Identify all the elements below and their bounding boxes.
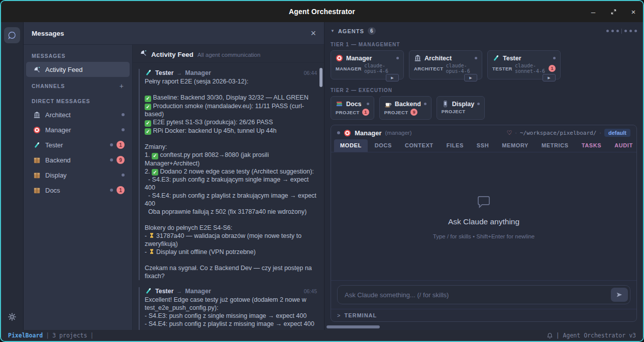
horizontal-scrollbar[interactable]	[326, 324, 642, 329]
channels-section-label: CHANNELS +	[24, 77, 132, 93]
agent-card-tester[interactable]: TesterTESTERclaude-sonnet-4-61▶	[487, 50, 561, 79]
message-time: 06:45	[304, 288, 317, 294]
presence-dot	[477, 103, 480, 105]
agents-count-badge: 6	[368, 27, 376, 35]
agent-card-docs[interactable]: DocsPROJECT1	[331, 96, 374, 120]
settings-button[interactable]	[4, 309, 20, 325]
feed-scrollbar[interactable]	[319, 68, 323, 87]
agent-model: claude-opus-4-6	[446, 63, 478, 74]
agent-detail-header: Manager (manager) ♡ · ~/workspace/pixelb…	[331, 125, 636, 139]
activity-feed-list[interactable]: Tester→Manager06:44Pełny raport E2E (ses…	[133, 63, 324, 330]
heart-icon[interactable]: ♡	[507, 129, 512, 136]
messages-close-button[interactable]: ×	[310, 28, 316, 39]
check-icon: ✓	[152, 153, 158, 159]
agents-title: AGENTS	[338, 28, 364, 34]
tab-files[interactable]: FILES	[441, 139, 470, 152]
sidebar-item-tester[interactable]: Tester1	[26, 137, 130, 152]
direct-messages-section-label: DIRECT MESSAGES	[24, 93, 132, 107]
package-icon	[33, 187, 41, 194]
sidebar-item-display[interactable]: Display	[26, 167, 130, 183]
chevron-right-icon: >	[337, 312, 340, 318]
activity-feed: Activity Feed All agent communication Te…	[133, 45, 324, 330]
architect-icon	[33, 111, 41, 119]
bell-icon[interactable]	[547, 332, 553, 339]
ask-claude-input[interactable]	[337, 285, 630, 304]
status-bar: PixelBoard | 3 projects | | Agent Orches…	[1, 330, 643, 341]
agent-card-display[interactable]: DisplayPROJECT	[437, 96, 485, 120]
tab-tasks[interactable]: TASKS	[576, 139, 607, 152]
status-version: | Agent Orchestrator v3	[556, 332, 636, 339]
status-app-name[interactable]: PixelBoard	[8, 332, 43, 339]
messages-rail-button[interactable]	[4, 27, 20, 43]
tab-audit[interactable]: AUDIT	[608, 139, 637, 152]
agent-name: Backend	[395, 101, 421, 108]
tab-docs[interactable]: DOCS	[369, 139, 398, 152]
hourglass-icon	[149, 232, 155, 238]
terminal-label: TERMINAL	[344, 312, 377, 318]
package-icon	[33, 156, 41, 164]
presence-dot	[110, 189, 113, 192]
feed-message[interactable]: Tester→Manager06:45Excellent! Edge case …	[139, 287, 317, 330]
presence-dot	[396, 57, 399, 59]
sidebar-item-backend[interactable]: Backend9	[26, 152, 130, 167]
activity-feed-title: Activity Feed	[151, 51, 193, 58]
presence-dot	[424, 103, 426, 105]
status-projects[interactable]: 3 projects	[52, 332, 87, 339]
test-tube-icon	[145, 69, 152, 76]
agent-model: claude-sonnet-4-6	[515, 63, 546, 74]
satellite-icon	[33, 66, 41, 73]
unread-badge: 1	[117, 141, 125, 149]
sidebar-item-architect[interactable]: Architect	[26, 107, 130, 122]
direct-messages-list: ArchitectManagerTester1Backend9DisplayDo…	[24, 107, 132, 198]
presence-dot	[122, 128, 125, 131]
titlebar: Agent Orchestrator – ×	[1, 1, 643, 22]
close-button[interactable]: ×	[629, 7, 638, 16]
chat-bubble-outline-icon	[475, 193, 492, 210]
target-icon	[344, 129, 351, 137]
agent-card-manager[interactable]: ManagerMANAGERclaude-opus-4-6▶	[331, 50, 404, 79]
add-channel-button[interactable]: +	[120, 82, 124, 90]
sidebar-item-label: Backend	[45, 156, 71, 164]
window-controls: – ×	[589, 1, 638, 22]
minimize-button[interactable]: –	[589, 7, 598, 16]
tab-model[interactable]: MODEL	[334, 139, 368, 152]
scrollbar-thumb[interactable]	[327, 325, 380, 328]
send-button[interactable]	[611, 288, 628, 302]
sidebar-item-activity-feed[interactable]: Activity Feed	[26, 62, 130, 77]
agent-name: Display	[452, 101, 474, 108]
tier1-cards: ManagerMANAGERclaude-opus-4-6▶ArchitectA…	[325, 50, 643, 79]
env-badge[interactable]: default	[604, 129, 630, 137]
icon-rail	[1, 22, 23, 330]
target-icon	[336, 54, 343, 62]
agent-name: Manager	[346, 55, 372, 62]
gear-icon	[8, 312, 17, 321]
sidebar-item-manager[interactable]: Manager	[26, 122, 130, 137]
workspace-path: ~/workspace/pixelboard/	[520, 130, 596, 136]
message-time: 06:44	[304, 70, 317, 76]
tab-memory[interactable]: MEMORY	[496, 139, 534, 152]
target-icon	[33, 126, 41, 134]
agents-header[interactable]: ▼ AGENTS 6	[325, 25, 643, 38]
message-to: Manager	[185, 288, 211, 295]
tab-metrics[interactable]: METRICS	[535, 139, 575, 152]
tab-ssh[interactable]: SSH	[471, 139, 495, 152]
sidebar-item-docs[interactable]: Docs1	[26, 183, 130, 198]
agent-card-architect[interactable]: ArchitectARCHITECTclaude-opus-4-6▶	[409, 50, 482, 79]
agents-panel: ▼ AGENTS 6 TIER 1 — MANAGEMENT ManagerMA…	[324, 22, 643, 330]
agent-name: Architect	[424, 55, 452, 62]
agent-role: ARCHITECT	[414, 66, 444, 71]
terminal-toggle[interactable]: > TERMINAL	[331, 309, 636, 321]
agent-status-dot	[337, 131, 340, 134]
agents-status-dots	[606, 29, 637, 34]
agent-role: PROJECT	[384, 110, 408, 115]
message-from: Tester	[155, 69, 174, 76]
feed-message[interactable]: Tester→Manager06:44Pełny raport E2E (ses…	[139, 69, 317, 280]
messages-section-label: MESSAGES	[24, 48, 132, 62]
collapse-caret-icon[interactable]: ▼	[331, 29, 335, 33]
satellite-icon	[140, 49, 147, 57]
tab-context[interactable]: CONTEXT	[399, 139, 440, 152]
maximize-button[interactable]	[609, 7, 618, 16]
agent-card-backend[interactable]: BackendPROJECT9	[379, 96, 432, 120]
tier1-label: TIER 1 — MANAGEMENT	[325, 38, 643, 50]
activity-feed-header: Activity Feed All agent communication	[133, 45, 324, 63]
